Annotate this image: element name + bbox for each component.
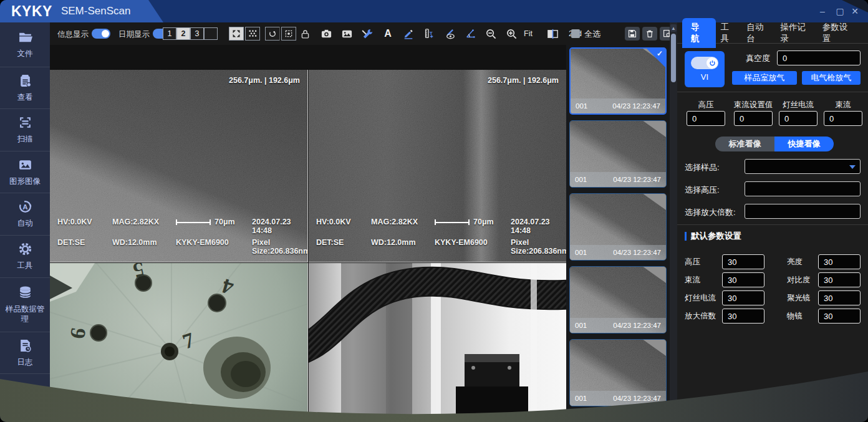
view-button-1[interactable]: 1 bbox=[163, 27, 176, 40]
image-gallery-button[interactable] bbox=[340, 26, 354, 42]
gallery-scrollbar[interactable]: ▲ bbox=[670, 22, 677, 422]
info-display-toggle[interactable] bbox=[92, 29, 110, 39]
chamber-camera-viewport[interactable] bbox=[309, 263, 566, 422]
vacuum-input[interactable] bbox=[777, 50, 861, 65]
save-icon bbox=[628, 29, 637, 38]
select-all-checkbox[interactable] bbox=[571, 29, 580, 38]
standard-imaging-button[interactable]: 标准看像 bbox=[715, 137, 774, 151]
hv-readout-label: 高压 bbox=[681, 100, 731, 110]
default-beam-input[interactable] bbox=[722, 272, 764, 287]
titlebar-brand: KYKY SEM-SenScan bbox=[0, 0, 163, 22]
vent-chamber-button[interactable]: 样品室放气 bbox=[732, 71, 797, 85]
default-hv-input[interactable] bbox=[722, 254, 764, 269]
sidebar-item-auto[interactable]: A 自动 bbox=[0, 193, 50, 236]
thumbnail[interactable]: 00104/23 12:23:47 bbox=[569, 120, 667, 188]
default-objective-input[interactable] bbox=[818, 309, 861, 324]
beam-set-readout-input[interactable] bbox=[734, 111, 773, 126]
vent-gun-button[interactable]: 电气枪放气 bbox=[802, 71, 861, 85]
sem-viewport-2[interactable]: 256.7μm. | 192.6μm HV:0.0KVMAG:2.82KX 70… bbox=[309, 70, 566, 262]
angle-measure-button[interactable] bbox=[463, 26, 477, 42]
thumbnail[interactable]: 00104/23 12:23:47 bbox=[569, 339, 667, 406]
zoom-in-button[interactable] bbox=[504, 26, 518, 42]
default-brightness-label: 亮度 bbox=[787, 257, 803, 267]
select-sample-dropdown[interactable] bbox=[745, 159, 861, 174]
sidebar-item-view[interactable]: 查看 bbox=[0, 67, 50, 109]
fit-button[interactable]: Fit bbox=[524, 29, 533, 38]
select-magnification-input[interactable] bbox=[745, 204, 861, 219]
annotation-visibility-button[interactable] bbox=[443, 26, 456, 42]
delete-images-button[interactable] bbox=[642, 27, 657, 41]
stage-camera-viewport[interactable]: 5 4 7 9 bbox=[50, 263, 308, 422]
split-view-button[interactable] bbox=[546, 26, 559, 42]
sem-viewport-1[interactable]: 256.7μm. | 192.6μm HV:0.0KVMAG:2.82KX 70… bbox=[50, 70, 308, 262]
thumbnail[interactable]: 00104/23 12:23:47 bbox=[569, 193, 667, 261]
zoom-in-icon bbox=[506, 28, 518, 40]
draw-annotation-button[interactable] bbox=[402, 26, 415, 42]
sidebar-item-partial[interactable] bbox=[0, 374, 50, 422]
minimize-button[interactable]: – bbox=[816, 4, 829, 18]
control-panel: 导航 工具 自动台 操作记录 参数设置 VI 真空度 样品室放气 电气枪放气 高… bbox=[677, 22, 868, 422]
scrollbar-thumb[interactable] bbox=[671, 34, 676, 82]
refresh-group bbox=[265, 27, 296, 41]
beam-readout-input[interactable] bbox=[824, 111, 862, 126]
sidebar-item-graphics[interactable]: 图形图像 bbox=[0, 151, 50, 193]
select-hv-label: 选择高压: bbox=[685, 185, 720, 196]
filament-readout-input[interactable] bbox=[779, 111, 817, 126]
text-annotation-button[interactable]: A bbox=[381, 26, 395, 42]
tab-operation-log[interactable]: 操作记录 bbox=[776, 18, 817, 48]
rotate-icon bbox=[284, 29, 293, 38]
thumbnail[interactable]: 00104/23 12:23:47 bbox=[569, 266, 667, 333]
panel-divider bbox=[677, 224, 868, 225]
scroll-up-button[interactable]: ▲ bbox=[670, 24, 677, 32]
field-size-label: 256.7μm. | 192.6μm bbox=[488, 76, 559, 85]
sidebar-item-scan[interactable]: 扫描 bbox=[0, 109, 50, 151]
application-window: KYKY SEM-SenScan – ▢ ✕ 文件 查看 扫描 图形图像 A 自… bbox=[0, 0, 868, 422]
maximize-button[interactable]: ▢ bbox=[833, 4, 847, 18]
select-all-label: 全选 bbox=[584, 29, 600, 40]
thumbnail[interactable]: ✓00104/23 12:23:47 bbox=[569, 47, 667, 115]
view-button-2[interactable]: 2 bbox=[176, 27, 190, 40]
lock-button[interactable] bbox=[298, 26, 312, 42]
zoom-out-button[interactable] bbox=[484, 26, 498, 42]
sidebar-item-tools[interactable]: 工具 bbox=[0, 236, 50, 278]
eye-pen-icon bbox=[444, 28, 456, 40]
quick-imaging-button[interactable]: 快捷看像 bbox=[774, 137, 834, 151]
select-sample-label: 选择样品: bbox=[685, 162, 720, 173]
default-brightness-input[interactable] bbox=[818, 254, 861, 269]
default-beam-label: 束流 bbox=[685, 275, 700, 285]
vi-power-card[interactable]: VI bbox=[685, 51, 725, 87]
thumbnail-id: 001 bbox=[575, 249, 587, 256]
gear-icon bbox=[18, 242, 32, 256]
ruler-icon: T bbox=[423, 28, 435, 39]
save-images-button[interactable] bbox=[625, 27, 640, 41]
vi-toggle[interactable] bbox=[691, 57, 718, 69]
zoom-out-icon bbox=[485, 28, 497, 40]
split-view-icon bbox=[547, 28, 559, 40]
select-hv-input[interactable] bbox=[745, 181, 861, 196]
default-condenser-input[interactable] bbox=[818, 290, 861, 305]
view-button-3[interactable]: 3 bbox=[190, 27, 204, 40]
expand-view-button[interactable] bbox=[229, 27, 244, 41]
dither-view-button[interactable] bbox=[245, 27, 260, 41]
measure-button[interactable]: T bbox=[422, 26, 436, 42]
app-logo: KYKY bbox=[11, 3, 52, 20]
panel-divider bbox=[677, 92, 868, 92]
tab-auto-stage[interactable]: 自动台 bbox=[741, 18, 775, 48]
hv-readout-input[interactable] bbox=[687, 111, 725, 126]
capture-button[interactable] bbox=[319, 26, 333, 42]
sidebar-item-sample-data[interactable]: 样品数据管理 bbox=[0, 278, 50, 332]
default-filament-input[interactable] bbox=[722, 290, 764, 305]
tab-parameter-settings[interactable]: 参数设置 bbox=[817, 18, 859, 48]
refresh-scan-button[interactable] bbox=[265, 27, 280, 41]
default-magnification-input[interactable] bbox=[722, 309, 764, 324]
sidebar-item-files[interactable]: 文件 bbox=[0, 22, 50, 67]
rotate-scan-button[interactable] bbox=[281, 27, 296, 41]
close-button[interactable]: ✕ bbox=[848, 4, 862, 18]
thumbnail-info: 00104/23 12:23:47 bbox=[570, 245, 666, 260]
default-contrast-input[interactable] bbox=[818, 272, 861, 287]
view-button-blank[interactable] bbox=[204, 27, 218, 40]
image-tools-button[interactable] bbox=[360, 26, 374, 42]
tab-navigation[interactable]: 导航 bbox=[682, 18, 716, 48]
tab-tools[interactable]: 工具 bbox=[716, 18, 742, 48]
sidebar-item-log[interactable]: 日志 bbox=[0, 332, 50, 374]
